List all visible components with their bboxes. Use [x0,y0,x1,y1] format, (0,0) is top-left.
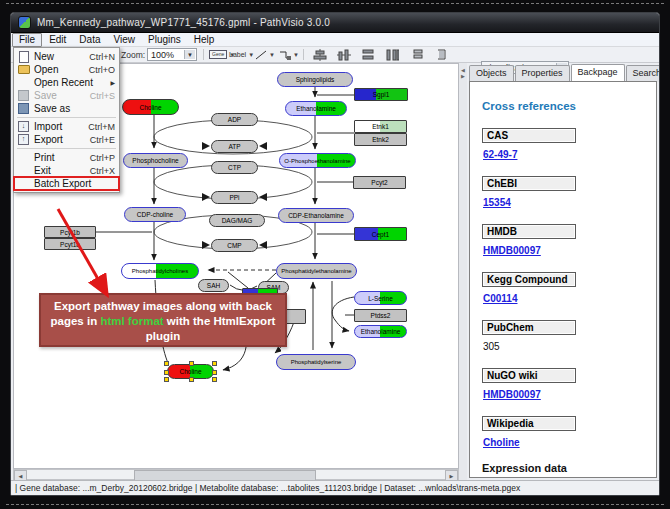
pathway-node-etnk1[interactable]: Etnk1 [354,120,407,133]
pathway-node-cdp-ethanolamine[interactable]: CDP-Ethanolamine [278,208,354,223]
menu-item-label: Open Recent [34,77,110,88]
pathway-node-sphingolipids[interactable]: Sphingolipids [277,72,353,87]
file-menu-item-import[interactable]: ↓ImportCtrl+M [14,120,119,133]
pathvisio-logo-icon [18,16,31,29]
selection-handle[interactable] [212,377,217,382]
pathway-node-pcyt1b[interactable]: Pcyt1b [44,226,96,238]
stack-vertical-icon [411,49,425,61]
menu-item-label: Save [34,90,90,101]
pathway-node-sgpl1[interactable]: Sgpl1 [354,88,408,101]
xref-source-title: HMDB [482,224,576,239]
tab-objects[interactable]: Objects [469,65,514,82]
line-tool-button[interactable]: ▼ [253,48,277,61]
pathway-node-l-serine[interactable]: L-Serine [354,291,407,305]
pathway-node-ptdss2[interactable]: Ptdss2 [354,309,407,322]
menu-view[interactable]: View [107,34,141,46]
align-center-y-icon [337,49,351,61]
xref-source-title: CAS [482,128,576,143]
stack-vertical-button[interactable] [409,48,427,61]
selection-handle[interactable] [212,361,217,366]
set-common-height-button[interactable] [383,48,401,61]
file-menu-item-save-as[interactable]: Save as [14,102,119,115]
pathway-node-ethanolamine[interactable]: Ethanolamine [354,325,407,338]
save-icon [17,91,30,101]
pathway-node-phosphatidylcholines[interactable]: Phosphatidylcholines [121,263,199,279]
pathway-node-dag-mag[interactable]: DAG/MAG [209,214,265,227]
selection-handle[interactable] [189,361,194,366]
import-icon: ↓ [17,122,30,132]
selection-handle[interactable] [189,377,194,382]
xref-link[interactable]: C00114 [483,293,517,304]
tab-properties[interactable]: Properties [515,65,570,82]
file-menu-item-exit[interactable]: ExitCtrl+X [14,164,119,177]
file-menu-item-new[interactable]: NewCtrl+N [14,50,119,63]
selection-handle[interactable] [212,370,217,375]
pathway-node-atp[interactable]: ATP [211,140,258,153]
file-menu-item-open-recent[interactable]: Open Recent▶ [14,76,119,89]
tab-search[interactable]: Search [626,65,660,82]
side-panel-tabs: ObjectsPropertiesBackpageSearchLegend [469,65,660,81]
menu-shortcut: Ctrl+E [90,135,115,145]
cross-references-heading: Cross references [482,100,656,112]
selection-handle[interactable] [164,361,169,366]
xref-value-row: Choline [483,437,656,448]
file-menu-item-export[interactable]: ↑ExportCtrl+E [14,133,119,146]
pathway-node-choline[interactable]: Choline [122,99,179,115]
file-menu-item-print[interactable]: PrintCtrl+P [14,151,119,164]
backpage-panel: Cross references CAS62-49-7ChEBI15354HMD… [469,81,657,478]
pathway-node-etnk2[interactable]: Etnk2 [354,133,407,146]
canvas-horizontal-scrollbar[interactable]: ◀ ▶ [13,469,459,480]
pathway-node-ppi[interactable]: PPi [211,191,258,204]
xref-link[interactable]: Choline [483,437,520,448]
zoom-combobox[interactable]: 100%▼ [147,48,197,61]
side-panel: ObjectsPropertiesBackpageSearchLegend Cr… [467,63,659,480]
menu-edit[interactable]: Edit [43,34,72,46]
pathway-node-phosphatidylethanolamine[interactable]: Phosphatidylethanolamine [276,263,357,279]
menu-file[interactable]: File [12,33,42,47]
pathway-node-phosphocholine[interactable]: Phosphocholine [123,153,188,168]
label-tool-button[interactable]: Label▼ [227,48,256,61]
pathway-node-adp[interactable]: ADP [211,113,258,126]
pathway-node-sah[interactable]: SAH [198,279,229,292]
menu-data[interactable]: Data [73,34,106,46]
expression-data-heading: Expression data [482,462,656,474]
xref-source-title: Wikipedia [482,416,576,431]
align-center-x-button[interactable] [311,48,329,61]
pathway-node-pcyt2[interactable]: Pcyt2 [353,176,406,189]
title-bar: Mm_Kennedy_pathway_WP1771_45176.gpml - P… [11,13,659,33]
xref-link[interactable]: 62-49-7 [483,149,517,160]
chevron-down-icon[interactable]: ▼ [293,52,299,58]
chevron-down-icon[interactable]: ▼ [184,50,195,59]
set-common-width-button[interactable] [359,48,377,61]
xref-link[interactable]: 15354 [483,197,511,208]
connector-tool-button[interactable]: ▼ [277,48,301,61]
annotation-text-after: with the HtmlExport plugin [146,315,276,342]
align-center-x-icon [313,49,327,61]
menu-separator [17,148,116,149]
file-menu-item-open[interactable]: OpenCtrl+O [14,63,119,76]
panel-splitter[interactable]: ◀▶ [459,63,467,480]
xref-link[interactable]: HMDB00097 [483,245,541,256]
selection-handle[interactable] [164,370,169,375]
stack-horizontal-button[interactable] [433,48,451,61]
menu-plugins[interactable]: Plugins [142,34,187,46]
pathway-node-cept1[interactable]: Cept1 [354,227,407,241]
menu-item-label: Open [34,64,89,75]
pathway-node-ethanolamine[interactable]: Ethanolamine [285,101,347,116]
pathway-node-o-phosphoethanolamine[interactable]: O-Phosphoethanolamine [279,153,356,168]
file-menu-item-batch-export[interactable]: Batch Export [14,177,119,190]
file-menu-item-save[interactable]: SaveCtrl+S [14,89,119,102]
export-icon: ↑ [17,135,30,145]
xref-value-row: 15354 [483,197,656,208]
pathway-node-cmp[interactable]: CMP [211,239,258,252]
align-center-y-button[interactable] [335,48,353,61]
chevron-down-icon[interactable]: ▼ [269,52,275,58]
pathway-node-ctp[interactable]: CTP [211,161,258,174]
pathway-node-cdp-choline[interactable]: CDP-choline [124,207,186,222]
xref-link[interactable]: HMDB00097 [483,389,541,400]
menu-help[interactable]: Help [188,34,221,46]
selection-handle[interactable] [164,377,169,382]
pathway-node-pcyt1a[interactable]: Pcyt1a [44,238,96,250]
pathway-node-phosphatidylserine[interactable]: Phosphatidylserine [276,354,356,370]
menu-shortcut: Ctrl+O [89,65,115,75]
